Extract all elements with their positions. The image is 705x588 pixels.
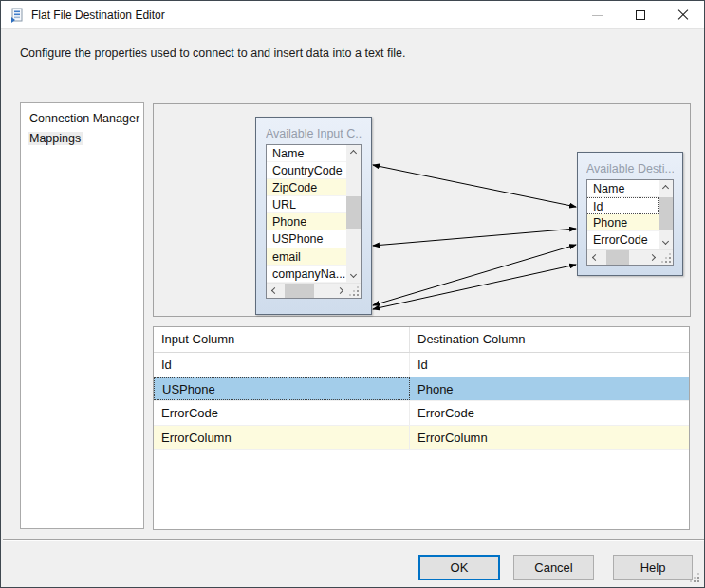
close-icon	[677, 9, 689, 21]
scroll-left-icon[interactable]	[587, 250, 602, 265]
table-row[interactable]: IdId	[154, 353, 689, 377]
sidebar-item-label: Connection Manager	[28, 112, 141, 125]
flat-file-destination-editor-dialog: { "window": { "title": "Flat File Destin…	[0, 0, 705, 588]
column-list-item[interactable]: Name	[587, 180, 659, 197]
dest-vertical-scrollbar[interactable]	[659, 180, 673, 249]
table-row[interactable]: ErrorCodeErrorCode	[154, 401, 689, 426]
destination-column-cell[interactable]: Phone	[410, 377, 689, 401]
connector-usphone-phone	[373, 229, 576, 246]
maximize-icon	[636, 10, 645, 20]
column-list-item[interactable]: CountryCode	[267, 162, 346, 179]
column-list-item[interactable]: Phone	[267, 213, 346, 230]
vertical-scroll-thumb[interactable]	[659, 197, 673, 230]
page-list: Connection ManagerMappings	[20, 102, 144, 529]
scroll-up-icon[interactable]	[346, 145, 361, 159]
scroll-right-icon[interactable]	[646, 250, 660, 265]
scroll-right-icon[interactable]	[334, 284, 348, 298]
input-horizontal-scrollbar[interactable]	[267, 284, 348, 298]
dest-horizontal-scrollbar[interactable]	[587, 250, 660, 265]
mapping-diagram-panel: Available Input C... NameCountryCodeZipC…	[153, 103, 691, 317]
input-columns-list: NameCountryCodeZipCodeURLPhoneUSPhoneema…	[266, 144, 362, 299]
table-row[interactable]: ErrorColumnErrorColumn	[154, 426, 689, 450]
scroll-down-icon[interactable]	[346, 268, 361, 283]
destination-column-cell[interactable]: ErrorColumn	[410, 426, 689, 450]
mapping-table-header: Input Column Destination Column	[154, 327, 689, 353]
horizontal-scroll-thumb[interactable]	[606, 250, 629, 265]
input-box-resize-grip[interactable]	[348, 284, 361, 298]
mapping-table: Input Column Destination Column IdIdUSPh…	[153, 326, 690, 530]
column-list-item[interactable]: email	[267, 248, 346, 266]
input-column-cell[interactable]: ErrorCode	[154, 401, 410, 425]
sidebar-item-label: Mappings	[28, 132, 83, 145]
input-column-header[interactable]: Input Column	[154, 327, 410, 352]
scroll-up-icon[interactable]	[659, 180, 673, 194]
dialog-description: Configure the properties used to connect…	[20, 46, 406, 60]
column-list-item[interactable]: companyNa...	[267, 266, 346, 283]
input-column-cell[interactable]: USPhone	[154, 377, 410, 401]
column-list-item[interactable]: URL	[267, 196, 346, 213]
destination-columns-list: NameIdPhoneErrorCode	[586, 179, 674, 266]
input-column-cell[interactable]: ErrorColumn	[154, 426, 410, 450]
cancel-button[interactable]: Cancel	[513, 555, 594, 580]
minimize-button	[576, 1, 619, 28]
available-destination-columns-box[interactable]: Available Desti... NameIdPhoneErrorCode	[577, 152, 683, 276]
available-input-columns-box[interactable]: Available Input C... NameCountryCodeZipC…	[255, 117, 372, 315]
sidebar-item-mappings[interactable]: Mappings	[28, 129, 143, 149]
maximize-button[interactable]	[619, 1, 661, 28]
dest-box-title: Available Desti...	[586, 158, 674, 179]
column-list-item[interactable]: Phone	[587, 214, 659, 231]
destination-column-header[interactable]: Destination Column	[410, 327, 689, 352]
minimize-icon	[592, 15, 603, 16]
column-list-item[interactable]: ZipCode	[267, 179, 346, 196]
close-button[interactable]	[661, 1, 704, 28]
column-list-item[interactable]: ErrorCode	[587, 231, 659, 248]
column-list-item[interactable]: Id	[587, 197, 659, 214]
window-icon	[9, 8, 25, 23]
scroll-left-icon[interactable]	[267, 284, 281, 298]
connector-id	[373, 165, 576, 207]
title-bar: Flat File Destination Editor	[1, 1, 704, 29]
sidebar-item-connection-manager[interactable]: Connection Manager	[28, 109, 143, 129]
table-row[interactable]: USPhonePhone	[154, 377, 689, 402]
column-list-item[interactable]: USPhone	[267, 230, 346, 248]
connector-errorcode	[373, 245, 576, 305]
ok-button[interactable]: OK	[418, 555, 500, 580]
horizontal-scroll-thumb[interactable]	[285, 284, 314, 298]
window-title: Flat File Destination Editor	[31, 1, 165, 29]
destination-column-cell[interactable]: ErrorCode	[410, 401, 689, 425]
help-button[interactable]: Help	[613, 555, 693, 580]
connector-errorcolumn	[373, 265, 576, 309]
footer-separator	[3, 539, 704, 540]
scroll-down-icon[interactable]	[659, 235, 673, 249]
input-box-title: Available Input C...	[266, 123, 362, 144]
column-list-item[interactable]: Name	[267, 145, 346, 162]
input-column-cell[interactable]: Id	[154, 353, 410, 377]
destination-column-cell[interactable]: Id	[410, 353, 689, 377]
vertical-scroll-thumb[interactable]	[346, 196, 361, 229]
dest-box-resize-grip[interactable]	[660, 250, 673, 265]
input-vertical-scrollbar[interactable]	[346, 145, 361, 283]
dialog-resize-grip[interactable]	[692, 575, 701, 584]
